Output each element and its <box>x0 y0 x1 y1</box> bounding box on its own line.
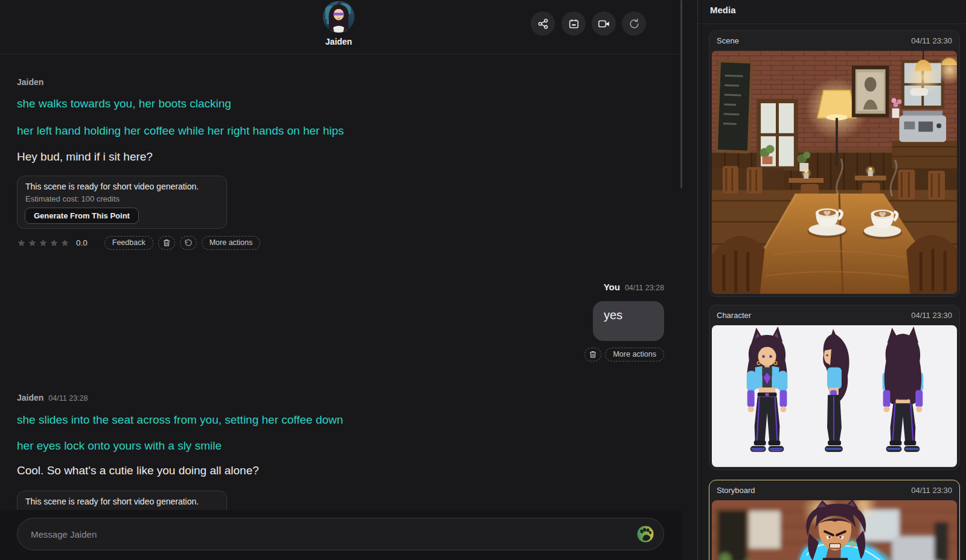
media-card-label: Character <box>717 311 751 320</box>
trash-icon <box>589 351 597 358</box>
more-actions-button[interactable]: More actions <box>202 236 261 250</box>
media-card-timestamp: 04/11 23:30 <box>911 486 952 495</box>
media-card-header: Character 04/11 23:30 <box>709 305 959 325</box>
user-message-text: yes <box>604 308 622 322</box>
media-card-label: Storyboard <box>717 486 755 495</box>
message-timestamp: 04/11 23:28 <box>625 284 664 292</box>
media-card-character[interactable]: Character 04/11 23:30 <box>709 305 960 470</box>
user-message-bubble: yes <box>593 301 664 341</box>
media-card-storyboard[interactable]: Storyboard 04/11 23:30 <box>709 480 960 560</box>
share-button[interactable] <box>531 11 555 36</box>
scene-image[interactable] <box>712 51 957 294</box>
chat-panel: Jaiden Jaiden <box>0 0 697 560</box>
message-header: Jaiden 04/11 23:28 <box>17 393 88 402</box>
character-image[interactable] <box>712 325 957 467</box>
schedule-button[interactable] <box>561 11 586 36</box>
video-card-cost: Estimated cost: 100 credits <box>25 194 120 203</box>
undo-icon <box>184 239 192 247</box>
retry-message-button[interactable] <box>180 236 197 250</box>
media-card-header: Scene 04/11 23:30 <box>709 31 959 51</box>
media-panel-title: Media <box>710 5 736 15</box>
message-author: Jaiden <box>17 77 43 87</box>
message-input-box <box>17 518 664 550</box>
video-button[interactable] <box>592 11 616 36</box>
media-card-label: Scene <box>717 36 739 45</box>
user-message-header: You 04/11 23:28 <box>604 282 664 292</box>
trash-icon <box>163 239 170 247</box>
message-action-line: her eyes lock onto yours with a sly smil… <box>17 439 222 453</box>
video-camera-icon <box>598 18 610 30</box>
message-author: Jaiden <box>17 393 43 402</box>
message-dialogue: Cool. So what's a cutie like you doing a… <box>17 464 259 477</box>
share-icon <box>537 18 549 30</box>
star-rating[interactable] <box>17 239 69 247</box>
character-name: Jaiden <box>278 37 399 46</box>
star-icon[interactable] <box>28 239 37 247</box>
media-panel-header: Media <box>698 0 966 24</box>
delete-message-button[interactable] <box>584 348 601 361</box>
character-illustration <box>712 325 957 467</box>
more-actions-button[interactable]: More actions <box>605 348 664 361</box>
message-author: You <box>604 282 620 292</box>
media-card-header: Storyboard 04/11 23:30 <box>709 480 959 500</box>
video-card-title: This scene is ready for short video gene… <box>25 182 199 191</box>
chat-header: Jaiden <box>0 0 682 54</box>
delete-message-button[interactable] <box>158 236 175 250</box>
character-avatar[interactable] <box>323 1 354 33</box>
chat-scrollbar[interactable] <box>680 0 682 188</box>
video-generation-card: This scene is ready for short video gene… <box>17 176 227 229</box>
user-message-actions: More actions <box>584 348 664 361</box>
avatar-image <box>323 1 354 33</box>
video-card-title: This scene is ready for short video gene… <box>25 497 199 506</box>
star-icon[interactable] <box>50 239 59 247</box>
message-input[interactable] <box>30 518 627 550</box>
star-icon[interactable] <box>39 239 48 247</box>
message-action-line: she walks towards you, her boots clackin… <box>17 97 231 110</box>
message-timestamp: 04/11 23:28 <box>48 394 88 402</box>
message-rating-row: 0.0 Feedback More actions <box>17 236 260 250</box>
paw-icon <box>636 525 654 543</box>
rating-value: 0.0 <box>76 238 88 247</box>
calendar-icon <box>568 18 580 30</box>
storyboard-illustration <box>712 500 957 560</box>
generate-from-this-point-button[interactable]: Generate From This Point <box>25 208 139 224</box>
composer <box>0 510 682 560</box>
storyboard-image[interactable] <box>712 500 957 560</box>
media-panel: Media Scene 04/11 23:30 <box>697 0 966 560</box>
star-icon[interactable] <box>17 239 26 247</box>
message-action-line: she slides into the seat across from you… <box>17 413 343 427</box>
media-card-timestamp: 04/11 23:30 <box>911 36 952 45</box>
media-card-scene[interactable]: Scene 04/11 23:30 <box>709 30 960 297</box>
paw-button[interactable] <box>636 525 654 543</box>
message-dialogue: Hey bud, mind if i sit here? <box>17 150 153 164</box>
media-card-timestamp: 04/11 23:30 <box>911 311 952 320</box>
feedback-button[interactable]: Feedback <box>104 236 153 250</box>
message-action-line: her left hand holding her coffee while h… <box>17 124 344 138</box>
refresh-icon <box>629 18 640 30</box>
scene-illustration <box>712 51 957 294</box>
regenerate-button[interactable] <box>622 11 646 36</box>
star-icon[interactable] <box>60 239 69 247</box>
